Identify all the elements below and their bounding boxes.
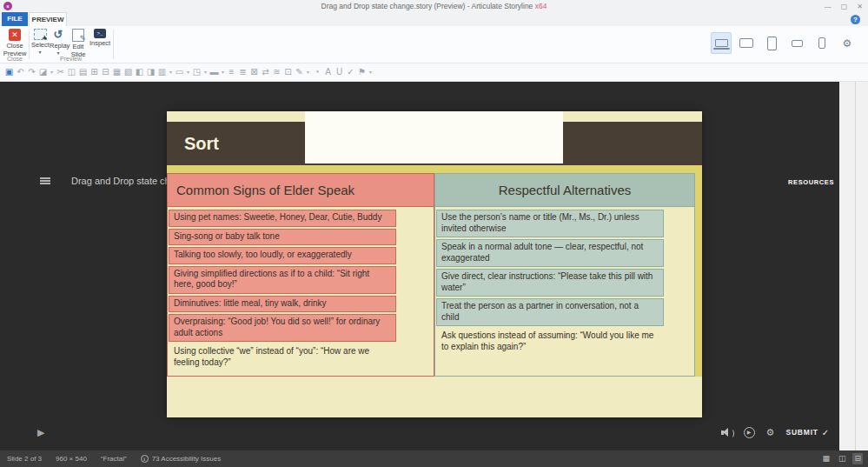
font-color-icon[interactable]: A	[322, 63, 334, 81]
minimize-button[interactable]: —	[825, 3, 832, 10]
view-icon[interactable]: ▦	[820, 453, 832, 464]
replay-label: Replay	[50, 43, 67, 50]
layout-icon[interactable]: ▦	[111, 63, 123, 81]
drop-target-box[interactable]	[305, 111, 563, 163]
drag-item[interactable]: Give direct, clear instructions: “Please…	[436, 269, 664, 297]
drag-item[interactable]: Giving simplified directions as if to a …	[169, 266, 396, 294]
drag-item[interactable]: Treat the person as a partner in convers…	[436, 298, 664, 326]
view-icon[interactable]: ⊟	[852, 453, 863, 464]
drag-item[interactable]: Sing-song or baby talk tone	[169, 229, 396, 246]
slide-title: Sort	[184, 122, 219, 165]
duplicate-slide-icon[interactable]: ⊟	[100, 63, 111, 81]
states-caret[interactable]: ▾	[305, 63, 311, 81]
drag-item[interactable]: Using collective “we” instead of “you”: …	[169, 344, 396, 371]
submit-label: SUBMIT	[785, 428, 818, 437]
table-icon[interactable]: ▥	[156, 63, 168, 81]
edit-states-icon[interactable]: ✎	[294, 63, 305, 81]
drag-item[interactable]: Speak in a normal adult tone — clear, re…	[436, 239, 664, 267]
volume-icon[interactable]	[721, 427, 732, 437]
device-laptop-button[interactable]	[711, 32, 732, 54]
accessibility-status[interactable]: i 73 Accessibility Issues	[141, 455, 222, 463]
device-tablet-portrait-button[interactable]	[761, 32, 782, 54]
check-icon[interactable]: ✓	[345, 63, 356, 81]
accessibility-icon: i	[141, 455, 149, 463]
picture-caret[interactable]: ▾	[202, 63, 209, 81]
device-tablet-landscape-button[interactable]	[736, 32, 757, 54]
transition-icon[interactable]: ▧	[123, 63, 134, 81]
play-button[interactable]: ▶	[37, 427, 44, 437]
menu-icon[interactable]	[40, 177, 50, 184]
left-column-header: Common Signs of Elder Speak	[168, 174, 434, 207]
format-painter-caret[interactable]: ▾	[49, 63, 55, 81]
cut-icon[interactable]: ✂	[55, 63, 66, 81]
swap-icon[interactable]: ⇄	[260, 63, 271, 81]
redo-icon[interactable]: ↷	[26, 63, 37, 81]
help-icon[interactable]: ?	[851, 15, 860, 24]
drag-item[interactable]: Using pet names: Sweetie, Honey, Dear, C…	[169, 210, 396, 227]
text-box-icon[interactable]: ◧	[134, 63, 145, 81]
table-caret[interactable]: ▾	[168, 63, 174, 81]
preview-panel: Drag and Drop state change RESOURCES Sor…	[0, 82, 868, 450]
drag-item[interactable]: Talking too slowly, too loudly, or exagg…	[169, 247, 396, 264]
status-bar: Slide 2 of 3 960 × 540 “Fractal” i 73 Ac…	[0, 450, 868, 467]
player-settings-icon[interactable]: ⚙	[766, 427, 775, 437]
video-icon[interactable]: ▬	[209, 63, 220, 81]
submit-check-icon: ✓	[822, 428, 830, 437]
wave-icon[interactable]: ≋	[271, 63, 282, 81]
button-icon[interactable]: ⊡	[282, 63, 294, 81]
align-left-icon[interactable]: ≡	[226, 63, 237, 81]
format-painter-icon[interactable]: ◪	[37, 63, 49, 81]
copy-icon[interactable]: ◫	[66, 63, 77, 81]
seek-play-icon[interactable]: ▶	[744, 427, 755, 438]
device-phone-portrait-button[interactable]	[812, 32, 832, 54]
shape-icon[interactable]: ▭	[174, 63, 185, 81]
gutter-divider	[855, 82, 856, 450]
marker-icon[interactable]: ⚑	[356, 63, 368, 81]
zoom-region-icon[interactable]: ⊠	[248, 63, 260, 81]
replay-button[interactable]: ↺ Replay ▾	[50, 29, 67, 57]
resources-link[interactable]: RESOURCES	[765, 178, 834, 186]
edit-slide-button[interactable]: ✎ Edit Slide	[69, 29, 88, 58]
replay-icon: ↺	[52, 29, 64, 41]
right-column-items: Use the person’s name or title (Mr., Ms.…	[435, 207, 694, 356]
drag-item[interactable]: Ask questions instead of assuming: “Woul…	[436, 328, 664, 356]
drag-item[interactable]: Use the person’s name or title (Mr., Ms.…	[436, 210, 664, 237]
preview-settings-button[interactable]: ⚙	[837, 32, 858, 54]
phone-portrait-icon	[818, 37, 825, 49]
slide-stage: Sort Common Signs of Elder Speak Using p…	[167, 111, 702, 417]
dial-icon[interactable]: ◔	[311, 63, 322, 81]
drag-item[interactable]: Diminutives: little meal, tiny walk, dri…	[169, 296, 396, 313]
theme-name: “Fractal”	[101, 455, 127, 463]
device-preview-cluster: ⚙	[711, 32, 858, 54]
save-icon[interactable]: ▣	[3, 63, 15, 81]
tab-preview[interactable]: PREVIEW	[29, 12, 67, 26]
caption-icon[interactable]: ◨	[145, 63, 156, 81]
inspect-button[interactable]: >_ Inspect	[89, 29, 110, 48]
close-preview-icon: ✕	[9, 29, 21, 41]
select-button[interactable]: ➤ Select ▾	[31, 29, 49, 56]
ribbon: ✕ Close Preview Close ➤ Select ▾ ↺ Repla…	[0, 26, 868, 63]
close-preview-button[interactable]: ✕ Close Preview	[2, 29, 28, 57]
paste-icon[interactable]: ▤	[77, 63, 89, 81]
drag-item[interactable]: Overpraising: “Good job! You did so well…	[169, 314, 396, 342]
submit-button[interactable]: SUBMIT ✓	[785, 428, 830, 437]
slide-position: Slide 2 of 3	[7, 455, 42, 463]
view-switcher: ▦◫⊟	[820, 450, 863, 467]
picture-icon[interactable]: ◳	[191, 63, 202, 81]
elder-speak-column: Common Signs of Elder Speak Using pet na…	[167, 173, 434, 377]
video-caret[interactable]: ▾	[220, 63, 226, 81]
new-slide-icon[interactable]: ⊞	[89, 63, 100, 81]
tab-file[interactable]: FILE	[2, 12, 28, 26]
view-icon[interactable]: ◫	[837, 453, 848, 464]
underline-icon[interactable]: U	[334, 63, 345, 81]
close-button[interactable]: ✕	[857, 3, 863, 10]
marker-caret[interactable]: ▾	[368, 63, 374, 81]
tablet-landscape-icon	[739, 38, 753, 48]
inspect-label: Inspect	[89, 40, 110, 48]
device-phone-landscape-button[interactable]	[786, 32, 807, 54]
restore-button[interactable]: ▢	[841, 3, 848, 10]
align-justify-icon[interactable]: ≣	[237, 63, 248, 81]
right-gutter	[839, 82, 868, 450]
undo-icon[interactable]: ↶	[15, 63, 26, 81]
shape-caret[interactable]: ▾	[185, 63, 191, 81]
